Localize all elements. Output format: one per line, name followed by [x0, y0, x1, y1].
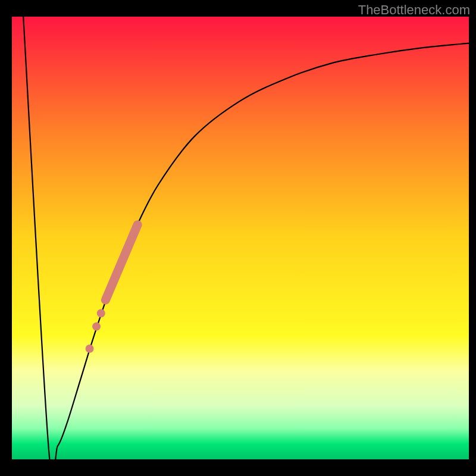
bottleneck-chart	[0, 0, 476, 476]
highlight-dot	[97, 309, 105, 317]
watermark-text: TheBottleneck.com	[358, 2, 470, 18]
plot-area	[12, 17, 469, 459]
highlight-dot	[92, 322, 101, 331]
chart-root: TheBottleneck.com	[0, 0, 476, 476]
highlight-dot	[86, 345, 94, 353]
